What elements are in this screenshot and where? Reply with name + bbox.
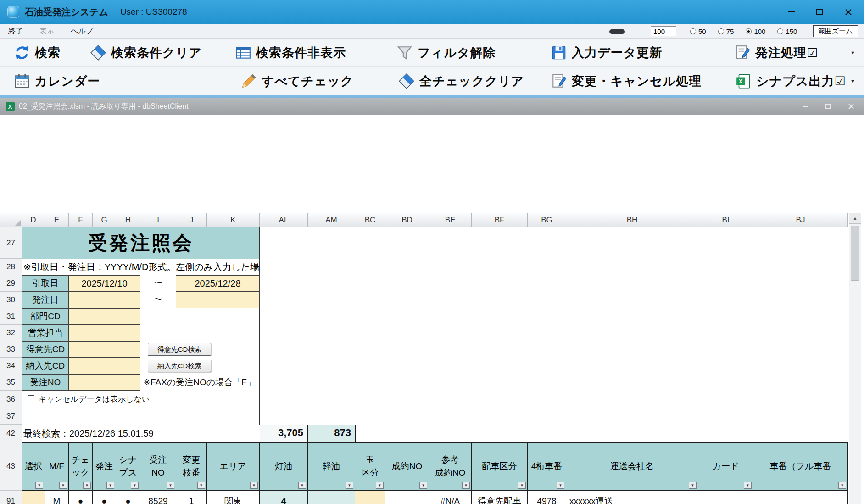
criteria-input[interactable] <box>68 358 140 374</box>
result-count-total[interactable]: 3,705 <box>260 425 308 442</box>
row-header-31[interactable]: 31 <box>0 308 22 325</box>
column-header-D[interactable]: D <box>22 213 45 227</box>
column-header-BF[interactable]: BF <box>472 213 528 227</box>
zoom-radio-50[interactable]: 50 <box>690 28 706 35</box>
filter-chevron-down-icon[interactable]: ▼ <box>131 482 139 489</box>
column-header-F[interactable]: F <box>69 213 93 227</box>
menu-item-exit[interactable]: 終了 <box>0 24 31 39</box>
row-header-91[interactable]: 91 <box>0 491 22 504</box>
close-icon[interactable] <box>847 102 856 111</box>
cell-H91[interactable]: ● <box>116 491 140 504</box>
column-header-H[interactable]: H <box>116 213 140 227</box>
calendar-button[interactable]: カレンダー <box>14 67 100 95</box>
cell-BD91[interactable] <box>385 491 429 504</box>
criteria-input[interactable] <box>68 325 140 341</box>
search-button[interactable]: 検索 <box>14 39 61 67</box>
column-header-BE[interactable]: BE <box>429 213 472 227</box>
result-count-filtered[interactable]: 873 <box>307 425 356 442</box>
criteria-input-to[interactable] <box>176 292 260 308</box>
filter-chevron-down-icon[interactable]: ▼ <box>376 482 384 489</box>
cancel-data-checkbox[interactable] <box>28 395 34 402</box>
hide-conditions-button[interactable]: 検索条件非表示 <box>235 39 346 67</box>
filter-chevron-down-icon[interactable]: ▼ <box>106 482 114 489</box>
maximize-icon[interactable] <box>824 102 833 111</box>
column-header-BG[interactable]: BG <box>528 213 566 227</box>
row-header-43[interactable]: 43 <box>0 442 22 491</box>
column-header-BI[interactable]: BI <box>698 213 753 227</box>
cd-search-button[interactable]: 納入先CD検索 <box>148 360 211 372</box>
cell-BI91[interactable] <box>698 491 753 504</box>
cell-BE91[interactable]: #N/A <box>429 491 472 504</box>
cell-E91[interactable]: M <box>45 491 69 504</box>
cell-J91[interactable]: 1 <box>176 491 207 504</box>
row-header-27[interactable]: 27 <box>0 227 22 259</box>
change-cancel-button[interactable]: 変更・キャンセル処理 <box>551 67 702 95</box>
column-header-E[interactable]: E <box>45 213 69 227</box>
column-header-AM[interactable]: AM <box>308 213 355 227</box>
zoom-radio-100[interactable]: 100 <box>746 28 765 35</box>
row-header-33[interactable]: 33 <box>0 341 22 358</box>
column-header-BC[interactable]: BC <box>355 213 385 227</box>
cell-AL91[interactable]: 4 <box>260 491 308 504</box>
column-header-BH[interactable]: BH <box>566 213 698 227</box>
minimize-icon[interactable] <box>785 6 797 18</box>
row-header-37[interactable]: 37 <box>0 408 22 425</box>
cell-AM91[interactable] <box>308 491 355 504</box>
zoom-radio-75[interactable]: 75 <box>718 28 734 35</box>
filter-chevron-down-icon[interactable]: ▼ <box>557 482 564 489</box>
filter-chevron-down-icon[interactable]: ▼ <box>298 482 306 489</box>
row-header-28[interactable]: 28 <box>0 259 22 275</box>
row-header-42[interactable]: 42 <box>0 425 22 442</box>
cell-BG91[interactable]: 4978 <box>528 491 566 504</box>
criteria-input[interactable] <box>68 341 140 358</box>
filter-chevron-down-icon[interactable]: ▼ <box>744 482 752 489</box>
update-data-button[interactable]: 入力データ更新 <box>551 39 662 67</box>
filter-chevron-down-icon[interactable]: ▼ <box>838 482 846 489</box>
filter-chevron-down-icon[interactable]: ▼ <box>197 482 205 489</box>
synapse-output-button[interactable]: X シナプス出力☑ <box>735 67 846 95</box>
row-header-35[interactable]: 35 <box>0 374 22 391</box>
cell-D91[interactable] <box>22 491 45 504</box>
row-header-30[interactable]: 30 <box>0 292 22 308</box>
filter-chevron-down-icon[interactable]: ▼ <box>250 482 258 489</box>
cell-F91[interactable]: ● <box>69 491 93 504</box>
column-header-BJ[interactable]: BJ <box>753 213 848 227</box>
criteria-input-to[interactable]: 2025/12/28 <box>176 275 260 292</box>
column-header-BD[interactable]: BD <box>385 213 429 227</box>
criteria-input[interactable] <box>68 308 140 325</box>
cell-BF91[interactable]: 得意先配車 <box>472 491 528 504</box>
cell-BJ91[interactable] <box>753 491 848 504</box>
vertical-scrollbar[interactable]: ▲ <box>849 213 861 504</box>
zoom-radio-150[interactable]: 150 <box>777 28 797 35</box>
cell-BC91[interactable] <box>355 491 385 504</box>
clear-all-checks-button[interactable]: 全チェッククリア <box>398 67 524 95</box>
maximize-icon[interactable] <box>814 6 825 18</box>
column-header-I[interactable]: I <box>140 213 176 227</box>
scrollbar-thumb[interactable] <box>851 226 859 281</box>
menu-item-view[interactable]: 表示 <box>31 24 62 39</box>
filter-chevron-down-icon[interactable]: ▼ <box>83 482 91 489</box>
criteria-input[interactable] <box>68 374 140 391</box>
column-header-K[interactable]: K <box>207 213 260 227</box>
menu-item-help[interactable]: ヘルプ <box>62 24 101 39</box>
column-header-J[interactable]: J <box>176 213 207 227</box>
range-zoom-button[interactable]: 範囲ズーム <box>813 25 858 37</box>
zoom-input[interactable] <box>651 26 676 36</box>
cell-K91[interactable]: 関東 <box>207 491 260 504</box>
filter-chevron-down-icon[interactable]: ▼ <box>689 482 697 489</box>
close-icon[interactable] <box>842 6 854 18</box>
toolbar2-chevron-down-icon[interactable]: ▼ <box>845 67 860 95</box>
criteria-input[interactable] <box>68 292 140 308</box>
criteria-input[interactable]: 2025/12/10 <box>68 275 140 292</box>
cell-BH91[interactable]: xxxxxx運送 <box>566 491 698 504</box>
column-header-G[interactable]: G <box>93 213 116 227</box>
scroll-up-icon[interactable]: ▲ <box>849 213 861 224</box>
minimize-icon[interactable] <box>801 102 810 111</box>
select-all-corner[interactable] <box>0 213 22 227</box>
row-header-34[interactable]: 34 <box>0 358 22 374</box>
filter-chevron-down-icon[interactable]: ▼ <box>167 482 174 489</box>
check-all-button[interactable]: すべてチェック <box>240 67 353 95</box>
cell-I91[interactable]: 8529 <box>140 491 176 504</box>
filter-chevron-down-icon[interactable]: ▼ <box>462 482 470 489</box>
filter-chevron-down-icon[interactable]: ▼ <box>35 482 43 489</box>
